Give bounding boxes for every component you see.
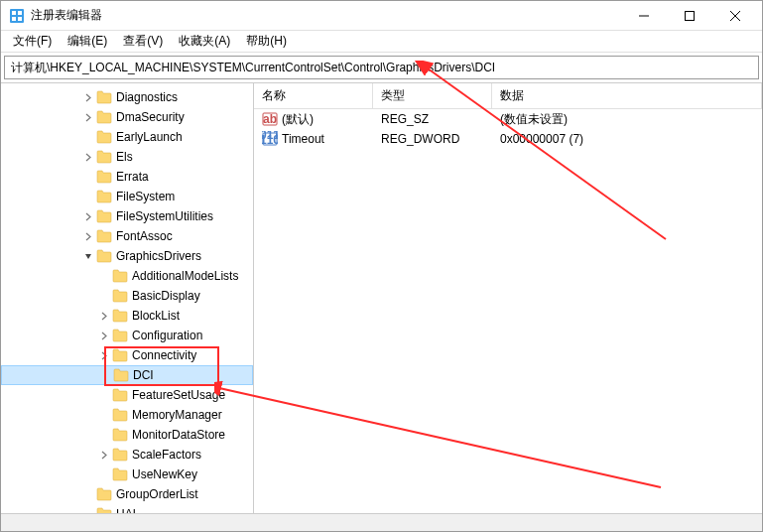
- tree-item[interactable]: Configuration: [1, 326, 253, 345]
- tree-item-label: GroupOrderList: [116, 487, 198, 501]
- tree-item-label: HAL: [116, 507, 139, 513]
- menu-view[interactable]: 查看(V): [115, 31, 171, 52]
- tree-expander-icon[interactable]: [96, 332, 112, 340]
- folder-icon: [96, 190, 112, 203]
- window-title: 注册表编辑器: [31, 7, 621, 24]
- list-row[interactable]: 011110TimeoutREG_DWORD0x00000007 (7): [254, 129, 762, 149]
- tree-item[interactable]: MonitorDataStore: [1, 425, 253, 445]
- folder-icon: [96, 150, 112, 164]
- tree-item[interactable]: FileSystemUtilities: [1, 206, 253, 226]
- close-button[interactable]: [712, 1, 758, 31]
- menu-favorites[interactable]: 收藏夹(A): [171, 31, 238, 52]
- tree-expander-icon[interactable]: [96, 451, 112, 460]
- tree-expander-icon[interactable]: [96, 312, 112, 321]
- address-bar[interactable]: 计算机\HKEY_LOCAL_MACHINE\SYSTEM\CurrentCon…: [4, 56, 759, 79]
- menu-edit[interactable]: 编辑(E): [60, 31, 115, 52]
- tree-item[interactable]: EarlyLaunch: [1, 127, 253, 147]
- tree-item[interactable]: DmaSecurity: [1, 107, 253, 127]
- string-value-icon: ab: [262, 111, 278, 127]
- folder-icon: [96, 487, 112, 501]
- tree-item-label: FileSystem: [116, 190, 175, 203]
- folder-icon: [112, 408, 128, 422]
- folder-icon: [112, 269, 128, 283]
- tree-expander-icon[interactable]: [96, 351, 112, 360]
- svg-text:ab: ab: [263, 112, 277, 126]
- tree-item[interactable]: ScaleFactors: [1, 445, 253, 465]
- tree-expander-icon[interactable]: [80, 113, 96, 122]
- tree-expander-icon[interactable]: [80, 93, 96, 102]
- tree-item-label: FontAssoc: [116, 229, 173, 243]
- tree-item[interactable]: FontAssoc: [1, 226, 253, 246]
- folder-icon: [96, 170, 112, 184]
- cell-type: REG_SZ: [373, 112, 492, 126]
- tree-item-label: FeatureSetUsage: [132, 388, 225, 402]
- column-type[interactable]: 类型: [373, 83, 492, 108]
- minimize-button[interactable]: [621, 1, 667, 31]
- tree-item-label: Configuration: [132, 329, 202, 342]
- address-text: 计算机\HKEY_LOCAL_MACHINE\SYSTEM\CurrentCon…: [11, 60, 495, 76]
- list-row[interactable]: ab(默认)REG_SZ(数值未设置): [254, 109, 762, 129]
- cell-name: 011110Timeout: [254, 131, 373, 147]
- tree-item[interactable]: DCI: [1, 365, 253, 385]
- folder-icon: [96, 110, 112, 124]
- folder-icon: [112, 329, 128, 342]
- tree-item-label: UseNewKey: [132, 467, 197, 481]
- tree-expander-icon[interactable]: [80, 153, 96, 162]
- tree-item-label: Errata: [116, 170, 149, 184]
- list-panel[interactable]: 名称 类型 数据 ab(默认)REG_SZ(数值未设置)011110Timeou…: [254, 83, 762, 513]
- tree-item-label: BlockList: [132, 309, 180, 323]
- folder-icon: [96, 249, 112, 263]
- tree-item[interactable]: UseNewKey: [1, 465, 253, 484]
- tree-item-label: ScaleFactors: [132, 448, 201, 462]
- tree-item[interactable]: HAL: [1, 504, 253, 513]
- tree-item[interactable]: Els: [1, 147, 253, 167]
- svg-rect-6: [686, 11, 695, 20]
- folder-icon: [96, 507, 112, 513]
- tree-item[interactable]: GroupOrderList: [1, 484, 253, 504]
- folder-icon: [112, 428, 128, 442]
- tree-item-label: Connectivity: [132, 348, 196, 362]
- tree-item-label: Diagnostics: [116, 90, 178, 104]
- maximize-button[interactable]: [667, 1, 712, 31]
- tree-item[interactable]: BlockList: [1, 306, 253, 326]
- tree-item[interactable]: MemoryManager: [1, 405, 253, 425]
- list-body: ab(默认)REG_SZ(数值未设置)011110TimeoutREG_DWOR…: [254, 109, 762, 149]
- tree-item[interactable]: AdditionalModeLists: [1, 266, 253, 286]
- folder-icon: [112, 289, 128, 303]
- titlebar: 注册表编辑器: [1, 1, 762, 31]
- column-data[interactable]: 数据: [492, 83, 762, 108]
- svg-rect-3: [12, 17, 16, 21]
- folder-icon: [112, 309, 128, 323]
- tree-item[interactable]: GraphicsDrivers: [1, 246, 253, 266]
- tree-item[interactable]: BasicDisplay: [1, 286, 253, 306]
- svg-rect-4: [18, 17, 22, 21]
- app-icon: [9, 8, 25, 24]
- folder-icon: [113, 368, 129, 382]
- menu-file[interactable]: 文件(F): [5, 31, 60, 52]
- tree-item-label: DmaSecurity: [116, 110, 185, 124]
- svg-text:110: 110: [262, 133, 278, 147]
- tree-item[interactable]: Connectivity: [1, 345, 253, 365]
- tree-item-label: EarlyLaunch: [116, 130, 183, 144]
- tree-item[interactable]: FileSystem: [1, 187, 253, 206]
- tree-panel[interactable]: DiagnosticsDmaSecurityEarlyLaunchElsErra…: [1, 83, 254, 513]
- cell-type: REG_DWORD: [373, 132, 492, 146]
- folder-icon: [96, 130, 112, 144]
- tree-item[interactable]: FeatureSetUsage: [1, 385, 253, 405]
- tree-expander-icon[interactable]: [80, 212, 96, 221]
- tree-expander-icon[interactable]: [80, 232, 96, 241]
- content: DiagnosticsDmaSecurityEarlyLaunchElsErra…: [1, 82, 762, 513]
- menu-help[interactable]: 帮助(H): [238, 31, 295, 52]
- tree-item[interactable]: Errata: [1, 167, 253, 187]
- list-header: 名称 类型 数据: [254, 83, 762, 109]
- folder-icon: [96, 209, 112, 223]
- tree-item-label: MonitorDataStore: [132, 428, 225, 442]
- svg-rect-1: [12, 11, 16, 15]
- folder-icon: [96, 90, 112, 104]
- folder-icon: [112, 348, 128, 362]
- tree-expander-icon[interactable]: [80, 252, 96, 261]
- column-name[interactable]: 名称: [254, 83, 373, 108]
- svg-rect-2: [18, 11, 22, 15]
- tree-item[interactable]: Diagnostics: [1, 87, 253, 107]
- menubar: 文件(F) 编辑(E) 查看(V) 收藏夹(A) 帮助(H): [1, 31, 762, 53]
